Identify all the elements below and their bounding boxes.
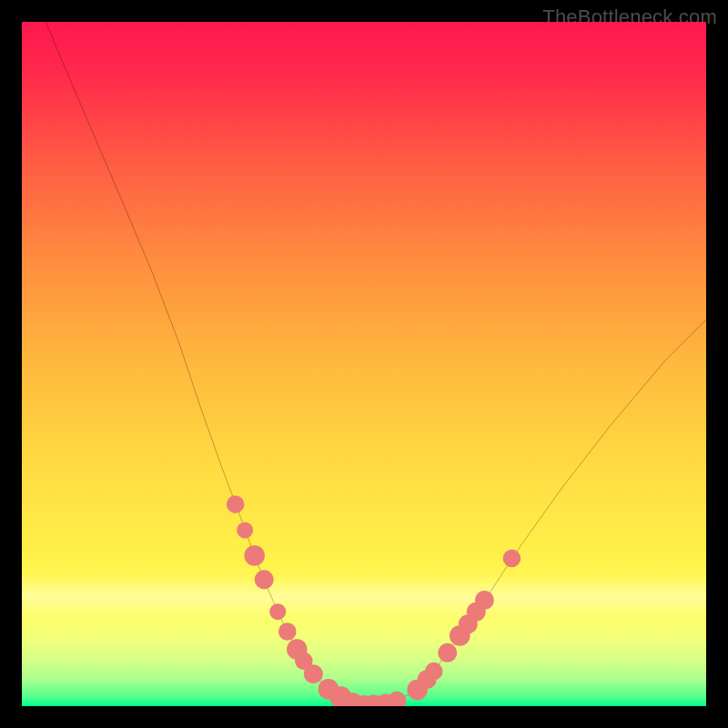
curve-marker [503, 550, 521, 568]
curve-marker [425, 662, 443, 681]
plot-area [22, 22, 706, 706]
curve-marker [237, 522, 253, 539]
curve-markers [227, 495, 521, 706]
bottleneck-curve [46, 22, 706, 705]
curve-marker [278, 622, 297, 641]
curve-marker [388, 692, 407, 706]
curve-marker [438, 643, 457, 662]
curve-marker [269, 603, 286, 620]
curve-marker [244, 545, 265, 566]
curve-marker [304, 664, 323, 683]
curve-marker [475, 591, 494, 610]
curve-layer [22, 22, 706, 706]
chart-container: TheBottleneck.com [0, 0, 728, 728]
curve-marker [227, 495, 245, 513]
curve-marker [255, 570, 274, 589]
